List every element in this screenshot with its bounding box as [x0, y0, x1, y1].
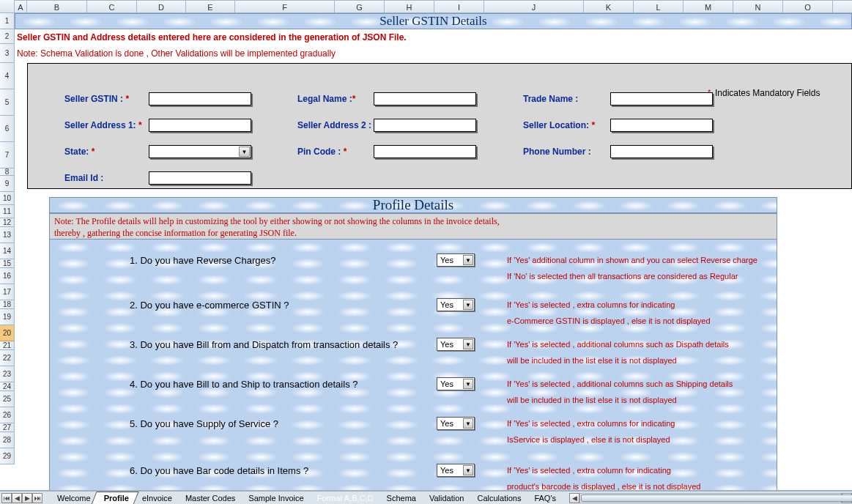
row-header-15[interactable]: 15 — [0, 259, 14, 268]
input-legal-name[interactable] — [374, 92, 476, 105]
sheet-tab-schema[interactable]: Schema — [377, 492, 423, 505]
input-seller-location[interactable] — [610, 119, 713, 132]
row-header-3[interactable]: 3 — [0, 44, 14, 63]
col-header-D[interactable]: D — [137, 0, 186, 12]
select-question-1[interactable]: Yes▼ — [437, 253, 475, 267]
col-header-F[interactable]: F — [235, 0, 335, 12]
row-headers[interactable]: 1234567891011121314151617181920212223242… — [0, 13, 15, 464]
row-header-6[interactable]: 6 — [0, 116, 14, 142]
row-header-2[interactable]: 2 — [0, 29, 14, 44]
profile-title-text: Profile Details — [373, 197, 453, 213]
chevron-down-icon: ▼ — [463, 339, 473, 349]
row-header-25[interactable]: 25 — [0, 391, 14, 407]
row-header-14[interactable]: 14 — [0, 243, 14, 259]
row-header-19[interactable]: 19 — [0, 309, 14, 325]
col-header-B[interactable]: B — [27, 0, 87, 12]
row-header-8[interactable]: 8 — [0, 168, 14, 176]
col-header-C[interactable]: C — [87, 0, 137, 12]
row-header-5[interactable]: 5 — [0, 89, 14, 116]
select-question-3[interactable]: Yes▼ — [437, 338, 475, 351]
select-state[interactable]: ▼ — [149, 145, 251, 158]
scroll-track[interactable] — [579, 493, 842, 503]
col-header-O[interactable]: O — [783, 0, 833, 12]
scroll-left-button[interactable]: ◀ — [569, 493, 579, 503]
row-header-1[interactable]: 1 — [0, 13, 14, 29]
input-pin[interactable] — [374, 145, 476, 158]
tab-label: Profile — [104, 494, 129, 503]
row-header-24[interactable]: 24 — [0, 382, 14, 391]
row-header-21[interactable]: 21 — [0, 341, 14, 350]
seller-gstin-title: Seller GSTIN Details — [15, 13, 852, 29]
label-legal-name: Legal Name :* — [297, 94, 355, 104]
sheet-tab-validation[interactable]: Validation — [419, 492, 472, 505]
row-header-11[interactable]: 11 — [0, 205, 14, 218]
tab-nav-first[interactable]: ⏮ — [1, 493, 12, 503]
sheet-tab-sample-invoice[interactable]: Sample Invoice — [238, 492, 311, 505]
col-header-E[interactable]: E — [186, 0, 235, 12]
seller-form-panel: * Indicates Mandatory Fields Seller GSTI… — [27, 63, 852, 189]
input-phone[interactable] — [610, 145, 713, 158]
row-header-13[interactable]: 13 — [0, 227, 14, 243]
col-header-J[interactable]: J — [484, 0, 584, 12]
select-question-2[interactable]: Yes▼ — [437, 298, 475, 311]
row-header-18[interactable]: 18 — [0, 300, 14, 309]
tab-label: Calculations — [477, 494, 521, 503]
question-4: 4. Do you have Bill to and Ship to trans… — [130, 379, 358, 390]
question-3: 3. Do you have Bill from and Dispatch fr… — [130, 339, 398, 350]
tab-nav-prev[interactable]: ◀ — [12, 493, 22, 503]
chevron-down-icon: ▼ — [463, 255, 473, 265]
input-seller-addr1[interactable] — [149, 119, 251, 132]
row-header-20[interactable]: 20 — [0, 325, 14, 341]
select-question-6[interactable]: Yes▼ — [437, 464, 475, 477]
tab-label: Schema — [387, 494, 416, 503]
row-header-17[interactable]: 17 — [0, 284, 14, 300]
input-trade-name[interactable] — [610, 92, 713, 105]
col-header-A[interactable]: A — [15, 0, 27, 12]
row-header-9[interactable]: 9 — [0, 176, 14, 192]
label-phone: Phone Number : — [523, 147, 591, 157]
question-1: 1. Do you have Reverse Charges? — [130, 255, 275, 266]
sheet-tab-einvoice[interactable]: eInvoice — [132, 492, 179, 505]
tab-label: Format A,B,C,D — [317, 494, 374, 503]
select-all-corner[interactable] — [0, 0, 15, 13]
col-header-P[interactable]: P — [833, 0, 852, 12]
input-seller-gstin[interactable] — [149, 92, 251, 105]
sheet-tab-faq-s[interactable]: FAQ's — [524, 492, 563, 505]
tab-nav-next[interactable]: ▶ — [22, 493, 32, 503]
col-header-G[interactable]: G — [335, 0, 385, 12]
row-header-12[interactable]: 12 — [0, 218, 14, 227]
label-seller-addr2: Seller Address 2 : — [297, 120, 371, 130]
row-header-7[interactable]: 7 — [0, 142, 14, 168]
col-header-L[interactable]: L — [634, 0, 684, 12]
scroll-thumb[interactable] — [581, 494, 852, 502]
row-header-29[interactable]: 29 — [0, 448, 14, 464]
select-question-4[interactable]: Yes▼ — [437, 377, 475, 390]
profile-title: Profile Details — [49, 197, 777, 213]
row-header-16[interactable]: 16 — [0, 268, 14, 284]
tab-label: FAQ's — [534, 494, 556, 503]
row-header-10[interactable]: 10 — [0, 192, 14, 205]
input-email[interactable] — [149, 171, 251, 185]
sheet-tab-format-a-b-c-d[interactable]: Format A,B,C,D — [307, 492, 381, 505]
row-header-4[interactable]: 4 — [0, 63, 14, 89]
note-json-generation: Seller GSTIN and Address details entered… — [17, 32, 407, 42]
row-header-27[interactable]: 27 — [0, 423, 14, 432]
sheet-tab-calculations[interactable]: Calculations — [467, 492, 528, 505]
column-headers[interactable]: ABCDEFGHIJKLMNOPQ — [15, 0, 852, 13]
col-header-N[interactable]: N — [733, 0, 783, 12]
col-header-H[interactable]: H — [385, 0, 434, 12]
sheet-tab-profile[interactable]: Profile — [94, 492, 136, 505]
row-header-22[interactable]: 22 — [0, 350, 14, 366]
col-header-I[interactable]: I — [434, 0, 484, 12]
col-header-M[interactable]: M — [684, 0, 733, 12]
sheet-tab-master-codes[interactable]: Master Codes — [175, 492, 242, 505]
row-header-23[interactable]: 23 — [0, 366, 14, 382]
tab-nav-buttons: ⏮ ◀ ▶ ⏭ — [0, 493, 44, 503]
input-seller-addr2[interactable] — [374, 119, 476, 132]
tab-nav-last[interactable]: ⏭ — [32, 493, 42, 503]
sheet-tab-welcome[interactable]: Welcome — [47, 492, 98, 505]
row-header-26[interactable]: 26 — [0, 407, 14, 423]
row-header-28[interactable]: 28 — [0, 432, 14, 448]
col-header-K[interactable]: K — [584, 0, 634, 12]
select-question-5[interactable]: Yes▼ — [437, 417, 475, 430]
